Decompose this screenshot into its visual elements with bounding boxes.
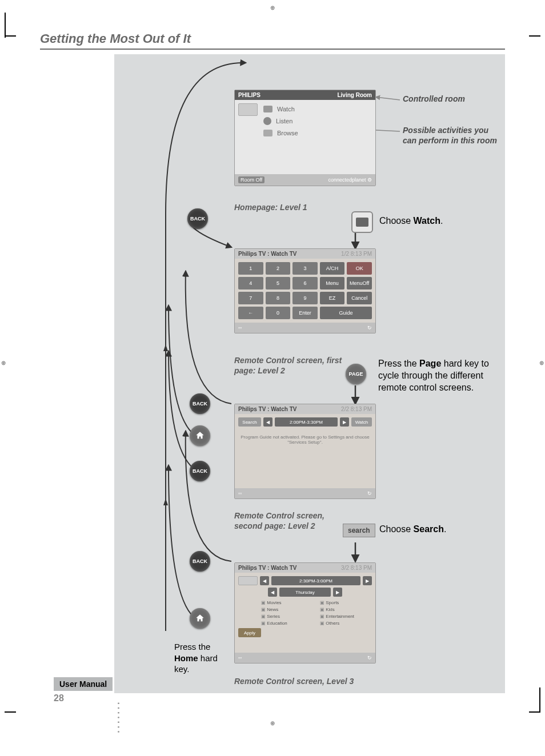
back-button-2b[interactable]: BACK [190, 461, 210, 481]
remote-screen-level3: Philips TV : Watch TV 3/2 8:13 PM ◀ 2:30… [234, 562, 376, 663]
caption-level1: Homepage: Level 1 [234, 203, 307, 213]
key-7[interactable]: 7 [238, 292, 263, 304]
instr-search: Choose Search. [379, 524, 446, 536]
cat-kids[interactable]: Kids [320, 607, 372, 612]
rc2-footer-left[interactable]: ▫▫ [238, 490, 242, 496]
rc1-title: Philips TV : Watch TV [238, 251, 296, 257]
rc3-time: 3/2 8:13 PM [341, 565, 372, 571]
prev-day[interactable]: ◀ [268, 588, 277, 597]
rc3-title: Philips TV : Watch TV [238, 565, 296, 571]
rc1-footer-left[interactable]: ▫▫ [238, 325, 242, 331]
rc3-footer-left[interactable]: ▫▫ [238, 655, 242, 661]
watch-icon[interactable] [351, 211, 373, 233]
key-enter[interactable]: Enter [292, 307, 318, 319]
svg-line-0 [376, 97, 400, 100]
key-cancel[interactable]: Cancel [347, 292, 372, 304]
page-button[interactable]: PAGE [346, 364, 366, 384]
search-btn-inscreen[interactable]: Search [238, 417, 261, 427]
timeslot: 2:00PM-3:30PM [275, 417, 338, 427]
cat-sports[interactable]: Sports [320, 600, 372, 605]
next-day[interactable]: ▶ [333, 588, 342, 597]
activity-watch[interactable]: Watch [262, 103, 372, 115]
cat-others[interactable]: Others [320, 621, 372, 626]
key-6[interactable]: 6 [292, 277, 318, 289]
instr-choose-watch: Choose Watch. [379, 215, 443, 227]
page-header: Getting the Most Out of It [40, 31, 505, 50]
instr-home: Press the Home hard key. [174, 641, 226, 675]
back-button-3[interactable]: BACK [190, 551, 210, 572]
key-1[interactable]: 1 [238, 262, 263, 275]
next-time[interactable]: ▶ [340, 417, 349, 427]
room-label: Living Room [337, 92, 372, 98]
room-off-button[interactable]: Room Off [238, 176, 265, 183]
caption-level2b: Remote Control screen, second page: Leve… [234, 511, 343, 531]
timeslot-3: 2:30PM-3:00PM [271, 576, 360, 585]
homepage-screen: PHILIPS Living Room Watch Listen Browse … [234, 90, 376, 186]
cat-news[interactable]: News [261, 607, 313, 612]
prev-time-3[interactable]: ◀ [260, 576, 269, 585]
activity-listen[interactable]: Listen [262, 115, 372, 127]
home-button-3[interactable] [190, 608, 210, 629]
footer-brand: connectedplanet ⚙ [328, 177, 372, 183]
key-ez[interactable]: EZ [320, 292, 345, 304]
key-menuoff[interactable]: MenuOff [347, 277, 372, 289]
home-button-2[interactable] [190, 425, 210, 446]
key-3[interactable]: 3 [292, 262, 318, 275]
key-guide[interactable]: Guide [320, 307, 372, 319]
rc1-footer-right[interactable]: ↻ [367, 325, 372, 331]
caption-level2a: Remote Control screen, first page: Level… [234, 356, 343, 376]
keypad: 1 2 3 A/CH OK 4 5 6 Menu MenuOff 7 8 9 E… [238, 262, 372, 319]
search-chip[interactable]: search [343, 524, 375, 537]
annot-activities: Possible activities you can perform in t… [403, 126, 500, 146]
watch-btn-inscreen[interactable]: Watch [351, 417, 372, 427]
annot-controlled-room: Controlled room [403, 94, 465, 104]
next-time-3[interactable]: ▶ [363, 576, 372, 585]
caption-level3: Remote Control screen, Level 3 [234, 677, 354, 687]
content-panel: PHILIPS Living Room Watch Listen Browse … [114, 54, 505, 693]
rc2-footer-right[interactable]: ↻ [367, 490, 372, 496]
remote-screen-page2: Philips TV : Watch TV 2/2 8:13 PM Search… [234, 404, 376, 499]
key-5[interactable]: 5 [266, 277, 291, 289]
key-ok[interactable]: OK [347, 262, 372, 275]
key-4[interactable]: 4 [238, 277, 263, 289]
key-0[interactable]: 0 [266, 307, 291, 319]
rc2-time: 2/2 8:13 PM [341, 406, 372, 412]
activity-browse[interactable]: Browse [262, 127, 372, 139]
cat-movies[interactable]: Movies [261, 600, 313, 605]
back-button-2[interactable]: BACK [190, 393, 210, 414]
cat-entertainment[interactable]: Entertainment [320, 614, 372, 619]
key-8[interactable]: 8 [266, 292, 291, 304]
guide-message: Program Guide not activated. Please go t… [238, 429, 372, 451]
cat-series[interactable]: Series [261, 614, 313, 619]
sidebar-user-manual: User Manual [54, 677, 113, 691]
category-grid: Movies Sports News Kids Series Entertain… [261, 600, 372, 626]
remote-screen-page1: Philips TV : Watch TV 1/2 8:13 PM 1 2 3 … [234, 248, 376, 333]
key-9[interactable]: 9 [292, 292, 318, 304]
apply-btn[interactable]: Apply [238, 628, 261, 637]
rc3-footer-right[interactable]: ↻ [367, 655, 372, 661]
rc1-time: 1/2 8:13 PM [341, 251, 372, 257]
brand-label: PHILIPS [238, 92, 261, 98]
cat-education[interactable]: Education [261, 621, 313, 626]
decorative-dots: • • • • • • • [115, 702, 122, 733]
key-back[interactable]: ← [238, 307, 263, 319]
home-pill[interactable] [238, 103, 258, 116]
key-menu[interactable]: Menu [320, 277, 345, 289]
back-button-1[interactable]: BACK [187, 208, 208, 229]
key-2[interactable]: 2 [266, 262, 291, 275]
rc3-home-pill[interactable] [238, 576, 258, 585]
rc2-title: Philips TV : Watch TV [238, 406, 296, 412]
instr-page: Press the Page hard key to cycle through… [378, 358, 498, 393]
key-avch[interactable]: A/CH [320, 262, 345, 275]
prev-time[interactable]: ◀ [263, 417, 272, 427]
day-label: Thursday [279, 588, 331, 597]
page-number: 28 [54, 693, 64, 703]
